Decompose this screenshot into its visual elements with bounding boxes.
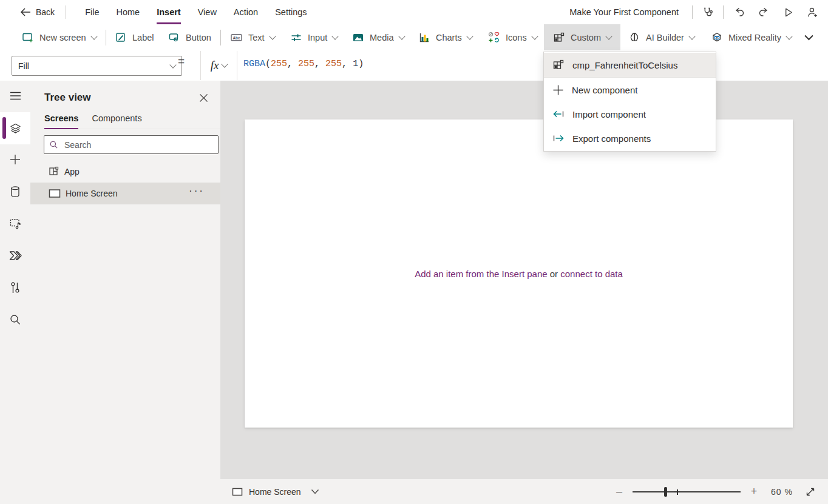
menu-item-label: Export components	[572, 133, 651, 144]
menu-insert[interactable]: Insert	[148, 0, 189, 24]
input-icon	[290, 32, 302, 44]
component-icon	[552, 59, 565, 71]
connect-to-data-link[interactable]: connect to data	[560, 269, 623, 279]
back-button[interactable]: Back	[20, 7, 55, 17]
ribbon-new-screen[interactable]: New screen	[18, 24, 100, 50]
ribbon-input[interactable]: Input	[287, 24, 341, 50]
search-input[interactable]	[63, 139, 213, 150]
chevron-down-icon	[804, 34, 814, 41]
ribbon-label: New screen	[39, 33, 86, 42]
tree-item-app[interactable]: App	[30, 161, 220, 183]
tree-view-layers-icon	[9, 123, 22, 135]
property-selector[interactable]: Fill	[12, 56, 182, 76]
ribbon-icons[interactable]: Icons	[484, 24, 541, 50]
ribbon-label-control[interactable]: Label	[111, 24, 157, 50]
divider	[220, 30, 221, 45]
chevron-down-icon	[466, 33, 473, 39]
close-icon	[199, 93, 208, 102]
menu-item-import-component[interactable]: Import component	[544, 102, 716, 126]
current-screen-selector[interactable]: Home Screen	[232, 479, 319, 504]
rail-search-button[interactable]	[0, 307, 30, 332]
menu-item-export-components[interactable]: Export components	[544, 126, 716, 150]
insert-pane-link[interactable]: Add an item from the Insert pane	[415, 269, 547, 279]
zoom-slider-thumb[interactable]	[664, 487, 667, 497]
icons-icon	[487, 31, 500, 44]
fit-to-window-button[interactable]	[801, 483, 820, 501]
more-options-button[interactable]: ···	[189, 185, 205, 197]
ribbon-button-control[interactable]: Button	[165, 24, 215, 50]
tree-search-box[interactable]	[44, 135, 219, 154]
ribbon-label: Charts	[436, 33, 462, 42]
ribbon-ai-builder[interactable]: AI Builder	[625, 24, 698, 50]
ribbon-overflow-button[interactable]	[800, 24, 818, 50]
rail-data-button[interactable]	[0, 180, 30, 204]
ribbon-label: Icons	[506, 33, 527, 42]
chevron-down-icon	[605, 33, 612, 39]
canvas-work-area: Add an item from the Insert pane or conn…	[220, 81, 828, 479]
insert-plus-icon	[10, 154, 21, 165]
media-screen-note-icon	[9, 218, 22, 230]
formula-token: ,	[287, 59, 298, 69]
ribbon-label: AI Builder	[646, 33, 684, 42]
ribbon-label: Label	[132, 33, 154, 42]
rail-insert-button[interactable]	[0, 147, 30, 172]
formula-token: (	[265, 59, 271, 69]
undo-button[interactable]	[727, 0, 752, 24]
tree-item-home-screen[interactable]: Home Screen ···	[30, 183, 220, 204]
tab-components[interactable]: Components	[92, 113, 141, 129]
rail-power-automate-button[interactable]	[0, 243, 30, 267]
rail-tree-view-button[interactable]	[0, 112, 30, 144]
rail-advanced-tools-button[interactable]	[0, 275, 30, 300]
import-arrow-icon	[552, 109, 565, 119]
zoom-slider-track[interactable]	[633, 491, 741, 492]
hamburger-menu-button[interactable]	[0, 84, 30, 108]
formula-token: ,	[342, 59, 353, 69]
rail-media-button[interactable]	[0, 212, 30, 236]
text-icon: Abc	[230, 32, 243, 44]
hint-text: or	[550, 269, 558, 279]
menu-item-label: Import component	[572, 109, 646, 119]
preview-button[interactable]	[776, 0, 800, 24]
tree-item-label: Home Screen	[66, 189, 118, 198]
property-value: Fill	[18, 61, 29, 71]
ribbon-label: Mixed Reality	[728, 33, 781, 42]
zoom-fit-marker	[674, 489, 680, 495]
chevron-down-icon	[531, 33, 538, 39]
top-menu-bar: Back File Home Insert View Action Settin…	[0, 0, 828, 25]
ribbon-media[interactable]: Media	[348, 24, 408, 50]
menu-file[interactable]: File	[76, 0, 107, 24]
ribbon-charts[interactable]: Charts	[415, 24, 476, 50]
zoom-slider[interactable]	[633, 487, 741, 497]
menu-home[interactable]: Home	[108, 0, 149, 24]
label-icon	[115, 32, 127, 44]
zoom-out-button[interactable]: –	[612, 485, 626, 498]
app-checker-button[interactable]	[695, 0, 719, 24]
powerapps-studio: Back File Home Insert View Action Settin…	[0, 0, 828, 504]
redo-button[interactable]	[752, 0, 776, 24]
zoom-controls: – + 60 %	[612, 479, 820, 504]
ribbon-custom[interactable]: Custom	[544, 24, 620, 50]
plus-icon	[552, 84, 564, 96]
menu-settings[interactable]: Settings	[266, 0, 315, 24]
zoom-in-button[interactable]: +	[747, 485, 761, 498]
close-panel-button[interactable]	[199, 93, 208, 102]
menu-item-label: cmp_FahrenheitToCelsius	[572, 60, 677, 70]
screen-artboard[interactable]: Add an item from the Insert pane or conn…	[245, 119, 793, 428]
ribbon-mixed-reality[interactable]: Mixed Reality	[707, 24, 795, 50]
ribbon-text[interactable]: Abc Text	[226, 24, 279, 50]
tab-screens[interactable]: Screens	[44, 113, 78, 129]
menu-item-component[interactable]: cmp_FahrenheitToCelsius	[544, 53, 716, 78]
redo-icon	[758, 6, 770, 18]
menu-view[interactable]: View	[189, 0, 225, 24]
chevron-down-icon	[332, 33, 339, 39]
formula-token: 1	[353, 59, 358, 69]
menu-item-new-component[interactable]: New component	[544, 78, 716, 102]
fx-selector[interactable]: fx	[200, 51, 237, 80]
ribbon-label: Text	[248, 33, 265, 42]
formula-input[interactable]: RGBA(255, 255, 255, 1)	[243, 59, 364, 69]
topbar-right: Make Your First Component	[569, 0, 828, 24]
menu-action[interactable]: Action	[225, 0, 266, 24]
share-button[interactable]	[800, 0, 824, 24]
chevron-down-icon	[222, 61, 228, 67]
formula-token: 255	[298, 59, 314, 69]
